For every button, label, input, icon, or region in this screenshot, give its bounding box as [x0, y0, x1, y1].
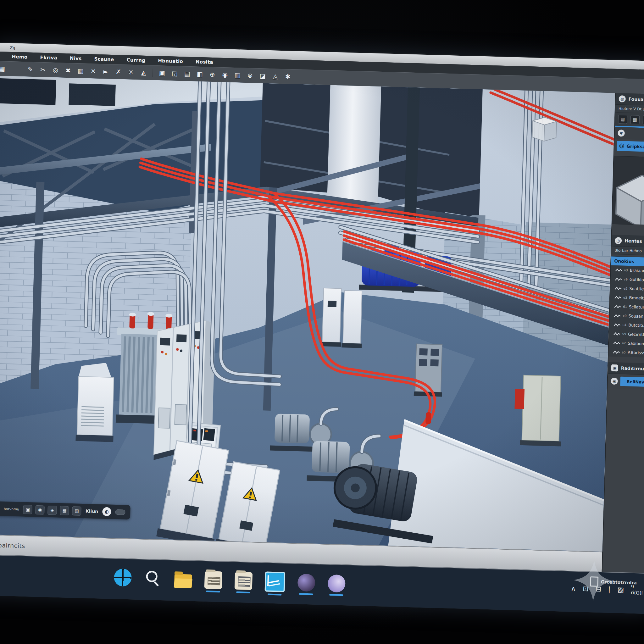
mesh-icon[interactable]: ▥ [232, 70, 243, 81]
rows-icon[interactable]: ▤ [182, 69, 193, 79]
selected-category-label: Gripksa Bo [626, 144, 644, 149]
tree-item[interactable]: u4 Butctitu [609, 320, 644, 330]
waveform-icon [614, 314, 621, 318]
tray-divider[interactable]: | [608, 585, 611, 593]
tree-item[interactable]: v9 Gecirntt [609, 329, 644, 340]
nav-toggle-pill[interactable] [115, 509, 125, 515]
settings-app-button[interactable] [328, 574, 346, 592]
taskbar-apps [114, 567, 346, 597]
camera-view-icon[interactable]: ◲ [169, 68, 180, 79]
waveform-icon [613, 323, 620, 327]
nav-toolbar-label: borvnmu [3, 507, 19, 511]
search-panel-title: Raditirnunck [621, 366, 644, 372]
tree-item[interactable]: v9 Gotiklon [610, 275, 644, 285]
menu-item[interactable]: Hemo [8, 54, 31, 60]
image-thumbnail-icon[interactable]: ▦ [0, 64, 8, 74]
panel-window-icon[interactable]: ▣ [157, 68, 168, 78]
delete-x-icon[interactable]: ✕ [88, 66, 99, 76]
screen: Zg Hemo Fkriva Nivs Scaune Currng Hbnuat… [0, 42, 644, 614]
tree-panel-icon: ◷ [615, 237, 622, 244]
corner-box-icon[interactable]: ◪ [257, 71, 268, 81]
model-preview-panel[interactable] [612, 156, 644, 225]
system-tray: ∧⊡⊟|▨ 9 ri(G)l [571, 582, 643, 596]
marker-icon[interactable]: ◬ [270, 71, 281, 81]
search-panel-header[interactable]: ▣ Raditirnunck [608, 362, 644, 375]
sketch-pencil-icon[interactable]: ✎ [25, 64, 36, 75]
selected-category-row[interactable]: Ⓖ Gripksa Bo [617, 141, 644, 152]
tray-chevron-up-icon[interactable]: ∧ [571, 584, 576, 592]
sidebar-filler [602, 388, 644, 573]
list-view-button[interactable]: ▤ [618, 115, 628, 124]
pan-icon[interactable]: ◈ [47, 505, 57, 515]
tree-item[interactable]: e5 P.Borissv [608, 347, 644, 358]
asterisk-wheel-icon[interactable]: ✳ [125, 67, 136, 77]
menu-item[interactable]: Scaune [90, 56, 118, 62]
documents-app-button[interactable] [204, 571, 223, 589]
viewport-canvas[interactable]: .po{stroke:#5b6c81;stroke-width:13;fill:… [0, 75, 615, 552]
tree-item[interactable]: x0 Sousan [609, 311, 644, 321]
waveform-icon [613, 350, 620, 354]
scissors-icon[interactable]: ✂ [37, 64, 48, 75]
tree-panel-subtitle[interactable]: Blorbar Hehno [611, 247, 644, 256]
notes-app-button[interactable] [235, 572, 253, 590]
menu-item[interactable]: Nivs [66, 55, 86, 62]
detail-view-button[interactable]: ▦ [630, 115, 640, 124]
help-toggle-icon[interactable]: ◐ [102, 507, 111, 516]
tools-x-icon[interactable]: ✗ [113, 67, 124, 77]
menu-item[interactable]: Hbnuatio [154, 58, 187, 64]
burst-icon[interactable]: ✱ [282, 71, 293, 82]
viewport-column: .po{stroke:#5b6c81;stroke-width:13;fill:… [0, 75, 615, 572]
tray-icons: ∧⊡⊟|▨ [571, 584, 624, 594]
tree-item[interactable]: 61 Scilatur [610, 302, 644, 312]
tree-item[interactable]: v2 Saxibon [609, 338, 644, 348]
grid-box-icon[interactable]: ▦ [75, 66, 86, 76]
search-panel-icon: ▣ [611, 364, 618, 372]
tree-item-list: v3 Braiaan v9 Gotiklon [608, 265, 644, 358]
start-button[interactable] [114, 568, 132, 586]
tray-display-icon[interactable]: ⊡ [583, 585, 589, 593]
tray-clock[interactable]: 9 ri(G)l [631, 584, 643, 596]
chart-app-button[interactable] [265, 571, 286, 592]
tree-item[interactable]: v3 Braiaan [611, 265, 644, 276]
play-arrow-icon[interactable]: ► [100, 66, 111, 77]
selection-tree: Onokius v3 Braiaan [608, 256, 644, 358]
link-icon[interactable]: ⊗ [245, 70, 256, 81]
file-explorer-button[interactable] [174, 574, 192, 588]
render-icon[interactable]: ▨ [72, 506, 81, 516]
cut-cross-icon[interactable]: ✖ [63, 65, 74, 76]
clock-bottom: ri(G)l [631, 590, 643, 596]
search-button[interactable] [144, 569, 162, 587]
section-plane-icon[interactable]: ◧ [194, 69, 205, 79]
target-circle-icon[interactable]: ◎ [50, 65, 61, 75]
prism-icon[interactable]: ◭ [138, 67, 149, 78]
zoom-window-icon[interactable]: ▦ [60, 506, 69, 515]
nav-icon-group: ▣◉◈▦▨ [23, 505, 82, 515]
tree-panel-title: Hentes [625, 238, 642, 244]
toolbar-group-edit: ✎✂◎✖▦✕►✗✳◭ [25, 64, 149, 78]
media-app-button[interactable] [297, 574, 316, 592]
menu-item[interactable]: Nosita [192, 59, 218, 65]
menu-item[interactable]: Fkriva [36, 54, 61, 61]
properties-panel-header[interactable]: ◍ Fouuarte [615, 93, 644, 106]
tree-item[interactable]: e5 Soattie [610, 284, 644, 294]
cube-preview-icon [612, 170, 644, 225]
tray-network-icon[interactable]: ▨ [617, 586, 624, 594]
column-view-button[interactable]: ▥ [642, 115, 644, 125]
gear-badge-icon[interactable]: ✱ [618, 130, 625, 137]
vignette [0, 75, 615, 552]
search-field-row: ◉ ReliNav,R [608, 374, 644, 389]
window-title: Zg [10, 45, 15, 50]
add-circle-icon[interactable]: ⊕ [207, 69, 218, 80]
running-indicator [299, 593, 313, 595]
properties-button-row: ▤▦▥ [615, 113, 644, 127]
tree-item[interactable]: e3 Bmoeith [610, 293, 644, 303]
record-icon[interactable]: ◉ [219, 70, 230, 80]
menu-item[interactable]: Currng [122, 57, 149, 63]
save-view-icon[interactable]: ▣ [23, 505, 33, 514]
search-field[interactable]: ReliNav,R [620, 377, 644, 387]
tray-media-icon[interactable]: ⊟ [595, 585, 601, 593]
orbit-icon[interactable]: ◉ [35, 505, 45, 514]
toolbar-lead-group: ▦ [0, 64, 8, 74]
tree-panel-header[interactable]: ◷ Hentes [612, 235, 644, 248]
nav-mode-label: Kiiun [86, 508, 98, 514]
